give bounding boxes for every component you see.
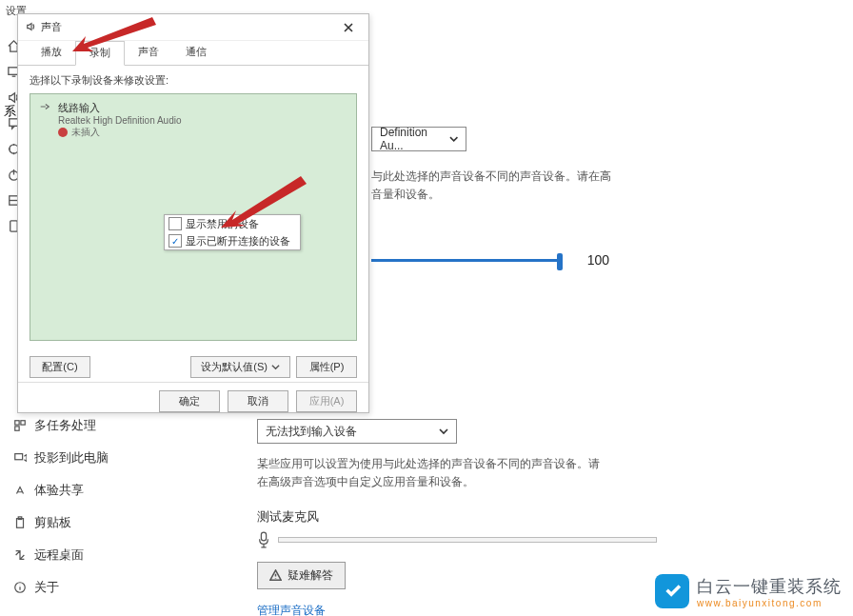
checkbox-checked-icon: [169, 234, 182, 248]
sidebar-item-projecting[interactable]: 投影到此电脑: [0, 442, 190, 474]
sound-icon: [26, 21, 41, 34]
properties-button[interactable]: 属性(P): [296, 356, 357, 378]
about-icon: [13, 581, 34, 594]
clipboard-icon: [13, 516, 34, 529]
watermark-logo-icon: [655, 574, 689, 608]
mic-test-label: 测试麦克风: [257, 508, 657, 526]
device-name: 线路输入: [58, 101, 182, 115]
cancel-button[interactable]: 取消: [228, 390, 288, 412]
volume-slider[interactable]: [371, 259, 559, 262]
svg-rect-7: [21, 421, 25, 425]
svg-rect-8: [15, 427, 19, 430]
device-status: 未插入: [58, 126, 182, 139]
settings-window: 设置 系 多任务处理 投影到此电脑 体验共享 剪贴板 远程桌面: [0, 0, 853, 616]
line-in-icon: [37, 101, 52, 112]
tab-communications[interactable]: 通信: [172, 41, 220, 65]
manage-devices-link[interactable]: 管理声音设备: [257, 603, 326, 616]
dialog-titlebar: 声音: [18, 14, 368, 41]
tab-playback[interactable]: 播放: [28, 41, 75, 65]
combo-value: 无法找到输入设备: [266, 424, 357, 440]
dialog-tabs: 播放 录制 声音 通信: [18, 41, 368, 66]
svg-rect-13: [261, 533, 266, 542]
menu-show-disabled[interactable]: 显示禁用的设备: [165, 215, 300, 232]
remote-icon: [13, 548, 34, 562]
dialog-actions-row: 配置(C) 设为默认值(S) 属性(P): [18, 348, 368, 382]
combo-value: Definition Au...: [380, 126, 449, 152]
output-device-combo[interactable]: Definition Au...: [371, 127, 466, 151]
checkbox-icon: [169, 217, 182, 230]
input-device-combo[interactable]: 无法找到输入设备: [257, 419, 457, 444]
svg-rect-9: [15, 454, 23, 460]
input-section: 无法找到输入设备 某些应用可以设置为使用与此处选择的声音设备不同的声音设备。请在…: [257, 419, 657, 616]
troubleshoot-button[interactable]: 疑难解答: [257, 562, 346, 589]
sound-dialog: 声音 播放 录制 声音 通信 选择以下录制设备来修改设置: 线路输入 Realt…: [17, 13, 369, 413]
multitask-icon: [13, 419, 34, 432]
sidebar-item-label: 远程桌面: [34, 546, 84, 564]
volume-value: 100: [587, 252, 609, 268]
sidebar-list: 多任务处理 投影到此电脑 体验共享 剪贴板 远程桌面 关于: [0, 409, 190, 604]
chevron-down-icon: [449, 134, 458, 144]
sidebar-item-label: 投影到此电脑: [34, 449, 109, 467]
sidebar-item-clipboard[interactable]: 剪贴板: [0, 507, 190, 539]
svg-rect-5: [10, 220, 17, 230]
tab-recording[interactable]: 录制: [75, 41, 125, 66]
sidebar-category: 系: [4, 103, 16, 120]
dialog-instruction: 选择以下录制设备来修改设置:: [30, 73, 357, 88]
volume-slider-row: 100: [371, 252, 609, 268]
menu-show-disconnected[interactable]: 显示已断开连接的设备: [165, 232, 300, 249]
projecting-icon: [13, 451, 34, 465]
apply-button[interactable]: 应用(A): [296, 390, 357, 412]
watermark-brand: 白云一键重装系统: [697, 575, 842, 598]
device-item[interactable]: 线路输入 Realtek High Definition Audio 未插入: [34, 98, 352, 142]
device-driver: Realtek High Definition Audio: [58, 115, 182, 126]
sidebar-item-label: 体验共享: [34, 482, 84, 499]
configure-button[interactable]: 配置(C): [30, 356, 90, 378]
input-desc: 某些应用可以设置为使用与此处选择的声音设备不同的声音设备。请在高级声音选项中自定…: [257, 455, 600, 491]
svg-rect-6: [15, 421, 19, 425]
tab-sounds[interactable]: 声音: [125, 41, 172, 65]
mic-level-bar: [278, 537, 657, 543]
troubleshoot-label: 疑难解答: [288, 567, 333, 584]
status-dot-icon: [58, 128, 68, 137]
sidebar-item-label: 剪贴板: [34, 514, 71, 531]
sidebar-item-shared[interactable]: 体验共享: [0, 474, 190, 507]
shared-icon: [13, 484, 34, 497]
device-list[interactable]: 线路输入 Realtek High Definition Audio 未插入 显…: [30, 93, 357, 341]
dialog-title-text: 声音: [41, 20, 62, 34]
watermark-url: www.baiyunxitong.com: [697, 598, 842, 608]
chevron-down-icon: [439, 427, 448, 436]
chevron-down-icon: [271, 363, 280, 371]
context-menu: 显示禁用的设备 显示已断开连接的设备: [164, 214, 301, 250]
sidebar-item-label: 关于: [34, 579, 59, 596]
menu-item-label: 显示禁用的设备: [186, 217, 259, 231]
microphone-icon: [257, 531, 270, 548]
set-default-button[interactable]: 设为默认值(S): [190, 356, 290, 378]
dialog-bottom-row: 确定 取消 应用(A): [18, 382, 368, 420]
watermark: 白云一键重装系统 www.baiyunxitong.com: [655, 574, 842, 608]
mic-test-row: [257, 531, 657, 548]
sidebar-item-about[interactable]: 关于: [0, 571, 190, 604]
ok-button[interactable]: 确定: [159, 390, 220, 412]
close-icon: [344, 23, 353, 32]
warning-icon: [269, 569, 282, 582]
sidebar-item-remote[interactable]: 远程桌面: [0, 539, 190, 571]
close-button[interactable]: [336, 17, 361, 38]
output-desc: 与此处选择的声音设备不同的声音设备。请在高 音量和设备。: [371, 168, 611, 204]
menu-item-label: 显示已断开连接的设备: [186, 234, 290, 248]
slider-thumb[interactable]: [557, 253, 563, 270]
dialog-body: 选择以下录制设备来修改设置: 线路输入 Realtek High Definit…: [18, 66, 368, 348]
